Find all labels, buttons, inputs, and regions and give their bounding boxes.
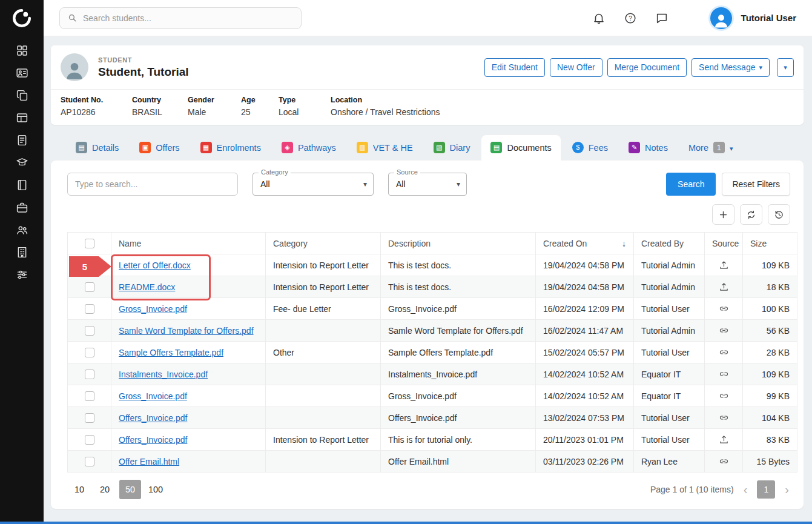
source-select[interactable]: Source All [388,173,467,196]
source-select-value: All [396,179,406,189]
previous-page-button[interactable] [744,483,748,496]
courses-icon[interactable] [8,154,35,171]
sort-desc-icon[interactable] [622,239,626,248]
row-checkbox[interactable] [85,348,94,357]
history-button[interactable] [768,204,790,225]
tab-fees[interactable]: $Fees [563,135,617,161]
document-link[interactable]: Samle Word Template for Offers.pdf [119,326,254,336]
tab-enrolments[interactable]: ▦Enrolments [191,135,270,161]
refresh-button[interactable] [740,204,762,225]
documents-icon[interactable] [8,87,35,104]
merge-document-button[interactable]: Merge Document [607,58,687,77]
library-icon[interactable] [8,176,35,193]
tab-documents[interactable]: ▤Documents [481,135,560,161]
category-select[interactable]: Category All [253,173,374,196]
document-link[interactable]: README.docx [119,282,175,292]
edit-student-button[interactable]: Edit Student [484,58,545,77]
page-size-10-button[interactable]: 10 [68,480,90,499]
page-size-20-button[interactable]: 20 [94,480,116,499]
help-icon[interactable]: ? [624,12,637,25]
document-link[interactable]: Gross_Invoice.pdf [119,391,187,401]
agents-icon[interactable] [8,221,35,238]
row-checkbox[interactable] [85,326,94,336]
column-header-size[interactable]: Size [743,233,797,254]
document-link[interactable]: Sample Offers Template.pdf [119,348,223,357]
row-checkbox[interactable] [85,282,94,292]
employers-icon[interactable] [8,199,35,216]
column-header-name[interactable]: Name [111,233,266,254]
documents-tab-icon: ▤ [490,142,502,153]
created-on-cell: 16/02/2024 12:09 PM [536,298,634,320]
info-age: Age25 [241,96,279,117]
size-cell: 109 KB [743,254,797,276]
column-header-source[interactable]: Source [705,233,743,254]
info-student-no: Student No.AP10286 [61,96,132,117]
table-row: Sample Offers Template.pdf Other Sample … [68,342,797,363]
send-message-button[interactable]: Send Message [692,58,770,77]
created-by-cell: Equator IT [634,363,705,385]
chat-icon[interactable] [655,12,668,25]
dashboard-icon[interactable] [8,42,35,59]
link-icon [719,369,729,379]
column-header-description[interactable]: Description [381,233,536,254]
link-icon [719,456,729,466]
created-by-cell: Tutorial User [634,342,705,363]
row-checkbox[interactable] [85,391,94,401]
organisations-icon[interactable] [8,244,35,260]
reset-filters-button[interactable]: Reset Filters [722,173,790,196]
tab-more[interactable]: More 1 [679,135,742,161]
search-button[interactable]: Search [666,173,716,196]
select-all-checkbox[interactable] [85,239,94,248]
global-search[interactable] [59,7,302,29]
tab-offers[interactable]: ▣Offers [130,135,188,161]
row-checkbox[interactable] [85,370,94,379]
user-menu[interactable]: Tutorial User [708,5,796,31]
diary-tab-icon: ▧ [434,142,445,153]
more-actions-button[interactable] [777,58,794,77]
document-link[interactable]: Letter of Offer.docx [119,260,191,270]
settings-icon[interactable] [8,266,35,283]
invoices-icon[interactable] [8,131,35,148]
link-icon [719,347,729,357]
page-size-100-button[interactable]: 100 [145,480,167,499]
new-offer-button[interactable]: New Offer [550,58,602,77]
table-row: Letter of Offer.docx Intension to Report… [68,254,797,276]
tab-vet-he[interactable]: ▥VET & HE [348,135,422,161]
info-label: Gender [188,96,234,104]
tab-diary[interactable]: ▧Diary [424,135,480,161]
table-search-input[interactable] [67,173,238,196]
details-tab-icon: ▤ [76,142,87,153]
table-row: Offers_Invoice.pdf Intension to Report L… [68,429,797,451]
tab-pathways[interactable]: ◈Pathways [272,135,345,161]
category-select-value: All [260,179,270,189]
refresh-icon [746,210,756,220]
document-link[interactable]: Offers_Invoice.pdf [119,413,187,423]
row-checkbox[interactable] [85,457,94,466]
app-logo[interactable] [0,0,44,36]
tab-notes[interactable]: ✎Notes [619,135,677,161]
row-checkbox[interactable] [85,304,94,314]
document-link[interactable]: Instalments_Invoice.pdf [119,370,208,379]
bottom-accent-bar [0,522,812,524]
add-document-button[interactable] [712,204,734,225]
row-checkbox[interactable] [85,435,94,445]
next-page-button[interactable] [785,483,789,496]
category-cell [266,407,381,429]
document-link[interactable]: Offer Email.html [119,457,179,466]
page-size-50-button[interactable]: 50 [119,480,141,499]
boards-icon[interactable] [8,109,35,126]
column-header-created-on[interactable]: Created On [536,233,634,254]
column-header-category[interactable]: Category [266,233,381,254]
tab-details[interactable]: ▤Details [67,135,128,161]
created-by-cell: Tutorial User [634,429,705,451]
global-search-input[interactable] [83,13,294,23]
created-on-cell: 19/04/2024 04:58 PM [536,254,634,276]
category-cell [266,451,381,473]
contacts-icon[interactable] [8,64,35,81]
document-link[interactable]: Offers_Invoice.pdf [119,435,187,445]
page-1-button[interactable]: 1 [757,480,775,499]
row-checkbox[interactable] [85,413,94,423]
notifications-bell-icon[interactable] [592,12,606,25]
document-link[interactable]: Gross_Invoice.pdf [119,304,187,314]
column-header-created-by[interactable]: Created By [634,233,705,254]
